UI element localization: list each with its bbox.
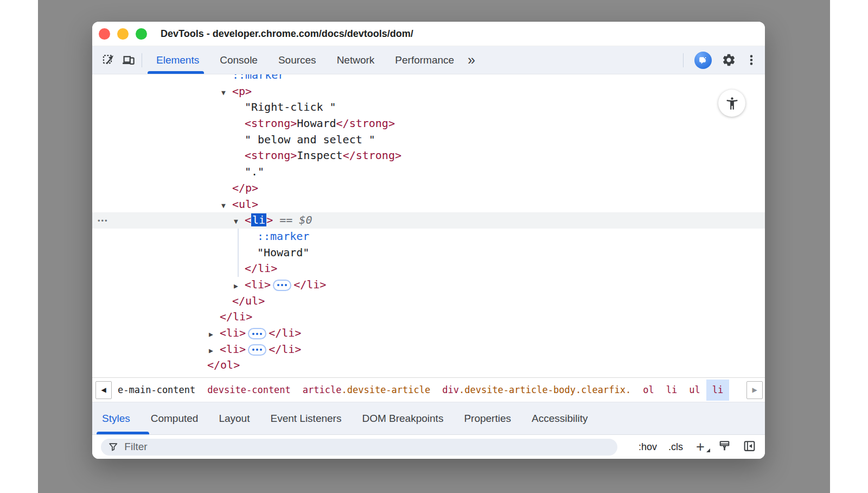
- tab-elements[interactable]: Elements: [146, 46, 209, 74]
- rendering-brush-icon[interactable]: [718, 439, 731, 455]
- collapsed-content-ellipsis[interactable]: [273, 280, 291, 291]
- more-options-kebab-icon[interactable]: [745, 50, 757, 70]
- dom-tree-row[interactable]: " below and select ": [92, 132, 765, 148]
- dom-tree-row[interactable]: ".": [92, 164, 765, 180]
- breadcrumb-item[interactable]: li: [660, 380, 683, 401]
- more-tabs-icon[interactable]: »: [468, 52, 474, 68]
- filter-funnel-icon: [108, 441, 118, 452]
- crumb-part: ul: [689, 384, 700, 395]
- breadcrumb-scroll-right-icon[interactable]: ▶: [746, 381, 763, 399]
- more-actions-icon[interactable]: •••: [98, 213, 108, 229]
- tab-styles[interactable]: Styles: [102, 402, 141, 434]
- tab-dom-breakpoints[interactable]: DOM Breakpoints: [352, 402, 454, 434]
- dom-tree-row[interactable]: ::marker: [92, 229, 765, 245]
- expand-arrow-icon[interactable]: ▶: [234, 278, 245, 294]
- tab-accessibility[interactable]: Accessibility: [521, 402, 598, 434]
- breadcrumbs: e-main-contentdevsite-contentarticle.dev…: [112, 380, 746, 401]
- tab-console[interactable]: Console: [209, 46, 268, 74]
- tab-properties[interactable]: Properties: [454, 402, 521, 434]
- dom-tree-row[interactable]: </p>: [92, 180, 765, 197]
- dom-node-segment: </strong>: [343, 149, 401, 162]
- dom-node-segment: </ul>: [232, 294, 265, 307]
- device-toolbar-icon[interactable]: [118, 50, 138, 70]
- dom-node-segment: <li>: [245, 278, 271, 291]
- tab-computed[interactable]: Computed: [141, 402, 209, 434]
- dom-node-segment: >: [266, 213, 273, 226]
- breadcrumb-item[interactable]: devsite-content: [201, 380, 297, 401]
- collapsed-content-ellipsis[interactable]: [248, 344, 266, 356]
- dom-tree-row[interactable]: "Howard": [92, 245, 765, 261]
- expand-arrow-icon[interactable]: ▶: [209, 326, 220, 343]
- breadcrumb-item[interactable]: li: [706, 380, 729, 401]
- dom-tree-row[interactable]: </li>: [92, 261, 765, 277]
- settings-gear-icon[interactable]: [719, 50, 738, 70]
- styles-filter-bar: :hov .cls +: [92, 434, 765, 459]
- dom-tree-row[interactable]: </li>: [92, 309, 765, 325]
- dom-tree-row[interactable]: ▶<li></li>: [92, 277, 765, 293]
- dom-node-segment: </ol>: [207, 358, 240, 371]
- new-style-rule-button[interactable]: +: [694, 442, 706, 452]
- dom-tree-row[interactable]: ▶<li></li>: [92, 325, 765, 342]
- accessibility-floating-button[interactable]: [718, 90, 745, 117]
- toolbar-divider: [683, 53, 684, 67]
- tab-event-listeners[interactable]: Event Listeners: [260, 402, 352, 434]
- dom-tree-row[interactable]: •••▼<li> == $0: [92, 212, 765, 229]
- dom-node-segment: </strong>: [336, 117, 395, 130]
- breadcrumb-bar: ◀ e-main-contentdevsite-contentarticle.d…: [92, 377, 765, 402]
- dom-tree-row[interactable]: ▶<li></li>: [92, 342, 765, 358]
- window-title: DevTools - developer.chrome.com/docs/dev…: [161, 28, 413, 40]
- filter-input-pill[interactable]: [101, 439, 617, 456]
- dom-tree-row[interactable]: ▼<ul>: [92, 197, 765, 213]
- breadcrumb-item[interactable]: ul: [683, 380, 706, 401]
- dom-node-segment: </li>: [245, 262, 277, 275]
- tab-network[interactable]: Network: [327, 46, 385, 74]
- toggle-sidebar-panel-icon[interactable]: [743, 439, 756, 455]
- dom-node-segment: ::marker: [257, 230, 309, 243]
- crumb-part: li: [712, 384, 723, 395]
- devtools-window: DevTools - developer.chrome.com/docs/dev…: [92, 22, 765, 459]
- dom-node-segment: Howard: [297, 117, 336, 130]
- dom-node-segment: <ul>: [232, 198, 258, 211]
- dom-tree: ::marker▼<p>"Right-click "<strong>Howard…: [92, 74, 765, 374]
- expand-arrow-icon[interactable]: ▼: [234, 213, 245, 230]
- dom-tree-row[interactable]: ▼<p>: [92, 84, 765, 100]
- breadcrumb-item[interactable]: ol: [637, 380, 660, 401]
- crumb-part: div: [442, 384, 459, 395]
- collapsed-content-ellipsis[interactable]: [248, 328, 266, 339]
- dom-tree-row[interactable]: <strong>Howard</strong>: [92, 116, 765, 132]
- toggle-hover-state-button[interactable]: :hov: [639, 441, 657, 453]
- crumb-part: .devsite-article-body.clearfix.: [459, 384, 631, 395]
- filter-input[interactable]: [124, 441, 610, 453]
- dom-node-segment: "Right-click ": [245, 100, 336, 113]
- expand-arrow-icon[interactable]: ▶: [209, 343, 220, 359]
- breadcrumb-scroll-left-icon[interactable]: ◀: [95, 381, 112, 399]
- dom-tree-row[interactable]: ::marker: [92, 74, 765, 84]
- dom-tree-row[interactable]: "Right-click ": [92, 99, 765, 116]
- styles-tabs: StylesComputedLayoutEvent ListenersDOM B…: [92, 402, 765, 434]
- tab-layout[interactable]: Layout: [208, 402, 260, 434]
- dom-tree-row[interactable]: </ul>: [92, 293, 765, 309]
- accessibility-person-icon: [725, 96, 739, 111]
- breadcrumb-item[interactable]: e-main-content: [112, 380, 201, 401]
- breadcrumb-item[interactable]: div.devsite-article-body.clearfix.: [436, 380, 637, 401]
- expand-arrow-icon[interactable]: ▼: [221, 85, 232, 101]
- tab-performance[interactable]: Performance: [385, 46, 464, 74]
- tab-sources[interactable]: Sources: [268, 46, 327, 74]
- minimize-window-button[interactable]: [117, 28, 129, 40]
- dom-node-segment: </p>: [232, 181, 258, 194]
- ai-assistance-icon[interactable]: [694, 52, 712, 69]
- dom-node-segment: li: [251, 213, 266, 226]
- dom-tree-row[interactable]: <strong>Inspect</strong>: [92, 148, 765, 164]
- dom-node-segment: </li>: [293, 278, 326, 291]
- dom-node-segment: <li>: [220, 343, 246, 356]
- dom-node-segment: ".": [245, 165, 264, 178]
- breadcrumb-item[interactable]: article.devsite-article: [297, 380, 436, 401]
- inspect-element-icon[interactable]: [99, 50, 118, 70]
- expand-arrow-icon[interactable]: ▼: [221, 198, 232, 214]
- toggle-class-button[interactable]: .cls: [668, 441, 683, 453]
- close-window-button[interactable]: [99, 28, 110, 40]
- toolbar-divider: [142, 53, 142, 67]
- maximize-window-button[interactable]: [136, 28, 147, 40]
- dom-tree-row[interactable]: </ol>: [92, 357, 765, 374]
- crumb-part: devsite-content: [207, 384, 291, 395]
